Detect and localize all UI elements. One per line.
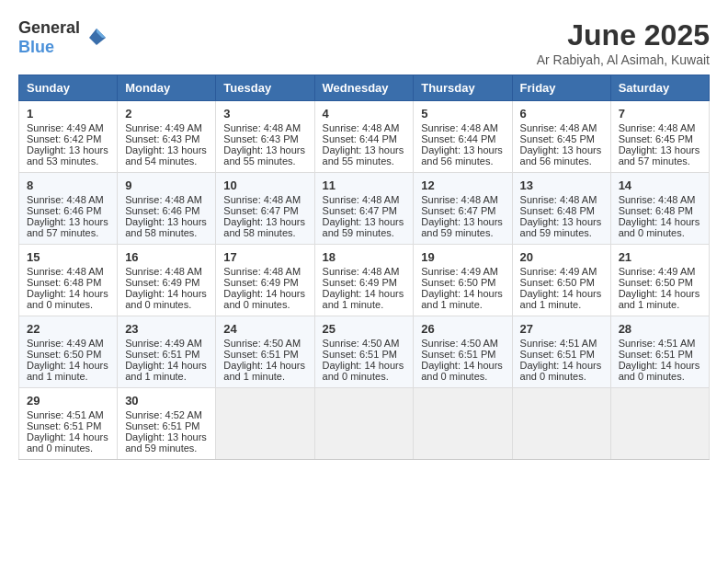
sunrise-text: Sunrise: 4:48 AM (323, 194, 406, 205)
daylight-text: Daylight: 14 hours and 1 minute. (520, 288, 603, 310)
sunrise-text: Sunrise: 4:48 AM (619, 194, 701, 205)
day-number: 30 (125, 394, 208, 408)
title-area: June 2025 Ar Rabiyah, Al Asimah, Kuwait (537, 18, 710, 67)
sunset-text: Sunset: 6:44 PM (421, 133, 504, 144)
calendar-cell: 28Sunrise: 4:51 AMSunset: 6:51 PMDayligh… (610, 316, 709, 388)
calendar-cell: 26Sunrise: 4:50 AMSunset: 6:51 PMDayligh… (414, 316, 512, 388)
sunrise-text: Sunrise: 4:48 AM (323, 266, 406, 277)
sunset-text: Sunset: 6:51 PM (323, 349, 406, 360)
daylight-text: Daylight: 14 hours and 1 minute. (27, 360, 109, 382)
sunset-text: Sunset: 6:44 PM (323, 133, 406, 144)
sunrise-text: Sunrise: 4:49 AM (520, 266, 603, 277)
calendar-cell: 13Sunrise: 4:48 AMSunset: 6:48 PMDayligh… (512, 173, 610, 245)
sunrise-text: Sunrise: 4:50 AM (421, 338, 504, 349)
daylight-text: Daylight: 13 hours and 57 minutes. (619, 144, 701, 167)
day-number: 12 (421, 178, 504, 192)
day-number: 23 (125, 322, 208, 336)
daylight-text: Daylight: 14 hours and 1 minute. (223, 360, 306, 382)
sunset-text: Sunset: 6:47 PM (421, 205, 504, 216)
logo-icon (84, 25, 109, 51)
sunset-text: Sunset: 6:51 PM (125, 420, 208, 431)
day-number: 17 (223, 250, 306, 264)
column-header-friday: Friday (512, 75, 610, 101)
calendar-cell (512, 388, 610, 460)
sunset-text: Sunset: 6:46 PM (27, 205, 109, 216)
day-number: 25 (323, 322, 406, 336)
day-number: 16 (125, 250, 208, 264)
day-number: 18 (323, 250, 406, 264)
sunset-text: Sunset: 6:45 PM (520, 133, 603, 144)
sunrise-text: Sunrise: 4:48 AM (125, 194, 208, 205)
sunset-text: Sunset: 6:51 PM (421, 349, 504, 360)
sunset-text: Sunset: 6:48 PM (520, 205, 603, 216)
header-row: SundayMondayTuesdayWednesdayThursdayFrid… (19, 75, 710, 101)
calendar-cell: 11Sunrise: 4:48 AMSunset: 6:47 PMDayligh… (314, 173, 414, 245)
day-number: 5 (421, 107, 504, 121)
day-number: 24 (223, 322, 306, 336)
sunset-text: Sunset: 6:47 PM (323, 205, 406, 216)
sunset-text: Sunset: 6:50 PM (27, 349, 109, 360)
sunrise-text: Sunrise: 4:50 AM (323, 338, 406, 349)
calendar-cell: 19Sunrise: 4:49 AMSunset: 6:50 PMDayligh… (414, 245, 512, 316)
logo-text: General Blue (18, 18, 80, 57)
sunrise-text: Sunrise: 4:51 AM (619, 338, 701, 349)
calendar-cell: 2Sunrise: 4:49 AMSunset: 6:43 PMDaylight… (118, 101, 216, 173)
calendar-cell: 6Sunrise: 4:48 AMSunset: 6:45 PMDaylight… (512, 101, 610, 173)
day-number: 3 (223, 107, 306, 121)
sunset-text: Sunset: 6:50 PM (421, 277, 504, 288)
sunrise-text: Sunrise: 4:48 AM (223, 122, 306, 133)
sunrise-text: Sunrise: 4:48 AM (421, 194, 504, 205)
calendar-cell: 18Sunrise: 4:48 AMSunset: 6:49 PMDayligh… (314, 245, 414, 316)
logo: General Blue (18, 18, 109, 57)
calendar-cell (414, 388, 512, 460)
daylight-text: Daylight: 13 hours and 56 minutes. (520, 144, 603, 167)
page-header: General Blue June 2025 Ar Rabiyah, Al As… (18, 18, 710, 67)
sunrise-text: Sunrise: 4:52 AM (125, 409, 208, 420)
sunrise-text: Sunrise: 4:49 AM (27, 122, 109, 133)
sunrise-text: Sunrise: 4:48 AM (520, 122, 603, 133)
sunrise-text: Sunrise: 4:49 AM (125, 122, 208, 133)
daylight-text: Daylight: 13 hours and 58 minutes. (125, 216, 208, 238)
daylight-text: Daylight: 14 hours and 1 minute. (619, 288, 701, 310)
sunset-text: Sunset: 6:51 PM (223, 349, 306, 360)
day-number: 29 (27, 394, 109, 408)
sunrise-text: Sunrise: 4:49 AM (619, 266, 701, 277)
day-number: 28 (619, 322, 701, 336)
calendar-cell (610, 388, 709, 460)
calendar-cell: 25Sunrise: 4:50 AMSunset: 6:51 PMDayligh… (314, 316, 414, 388)
calendar-cell: 27Sunrise: 4:51 AMSunset: 6:51 PMDayligh… (512, 316, 610, 388)
calendar-cell: 17Sunrise: 4:48 AMSunset: 6:49 PMDayligh… (216, 245, 314, 316)
day-number: 14 (619, 178, 701, 192)
sunrise-text: Sunrise: 4:48 AM (27, 266, 109, 277)
sunset-text: Sunset: 6:49 PM (223, 277, 306, 288)
calendar-cell: 22Sunrise: 4:49 AMSunset: 6:50 PMDayligh… (19, 316, 118, 388)
calendar-cell: 7Sunrise: 4:48 AMSunset: 6:45 PMDaylight… (610, 101, 709, 173)
location-subtitle: Ar Rabiyah, Al Asimah, Kuwait (537, 52, 710, 67)
calendar-cell (314, 388, 414, 460)
sunset-text: Sunset: 6:51 PM (520, 349, 603, 360)
sunset-text: Sunset: 6:51 PM (125, 349, 208, 360)
daylight-text: Daylight: 13 hours and 59 minutes. (421, 216, 504, 238)
daylight-text: Daylight: 13 hours and 59 minutes. (323, 216, 406, 238)
week-row-3: 15Sunrise: 4:48 AMSunset: 6:48 PMDayligh… (19, 245, 710, 316)
day-number: 1 (27, 107, 109, 121)
column-header-wednesday: Wednesday (314, 75, 414, 101)
daylight-text: Daylight: 13 hours and 56 minutes. (421, 144, 504, 167)
sunset-text: Sunset: 6:49 PM (125, 277, 208, 288)
daylight-text: Daylight: 13 hours and 53 minutes. (27, 144, 109, 167)
calendar-cell: 21Sunrise: 4:49 AMSunset: 6:50 PMDayligh… (610, 245, 709, 316)
sunset-text: Sunset: 6:51 PM (27, 420, 109, 431)
daylight-text: Daylight: 13 hours and 57 minutes. (27, 216, 109, 238)
sunset-text: Sunset: 6:49 PM (323, 277, 406, 288)
sunset-text: Sunset: 6:46 PM (125, 205, 208, 216)
daylight-text: Daylight: 14 hours and 0 minutes. (520, 360, 603, 382)
sunset-text: Sunset: 6:47 PM (223, 205, 306, 216)
daylight-text: Daylight: 13 hours and 59 minutes. (125, 431, 208, 454)
day-number: 26 (421, 322, 504, 336)
column-header-sunday: Sunday (19, 75, 118, 101)
daylight-text: Daylight: 13 hours and 54 minutes. (125, 144, 208, 167)
sunrise-text: Sunrise: 4:48 AM (421, 122, 504, 133)
logo-blue: Blue (18, 38, 54, 56)
daylight-text: Daylight: 13 hours and 55 minutes. (223, 144, 306, 167)
sunset-text: Sunset: 6:43 PM (223, 133, 306, 144)
